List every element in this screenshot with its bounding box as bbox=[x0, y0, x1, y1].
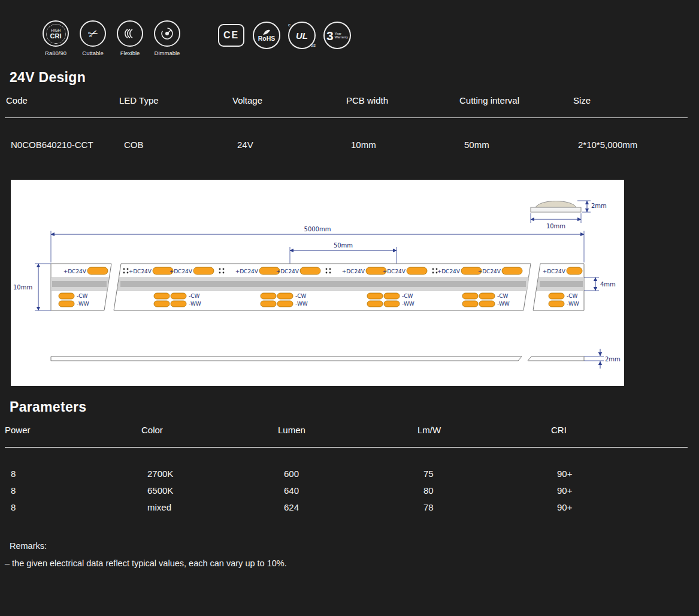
parameters-table-body: 8 2700K 600 75 90+ 8 6500K 640 80 90+ 8 … bbox=[0, 466, 699, 516]
svg-text:+DC24V: +DC24V bbox=[478, 268, 501, 274]
design-col-voltage: Voltage bbox=[232, 95, 346, 105]
feature-caption-flexible: Flexible bbox=[120, 50, 140, 56]
svg-text:-WW: -WW bbox=[497, 301, 510, 307]
dim-tape-thickness: 2mm bbox=[605, 356, 621, 363]
feature-high-cri: HIGH CRI Ra80/90 bbox=[41, 20, 71, 56]
parameters-table-header: Power Color Lumen Lm/W CRI bbox=[0, 425, 699, 435]
badge-row: HIGH CRI Ra80/90 ✂ Cuttable Flexible Dim bbox=[0, 0, 699, 56]
svg-text:+DC24V: +DC24V bbox=[129, 268, 152, 274]
design-header-separator bbox=[5, 117, 688, 118]
svg-text:4mm: 4mm bbox=[600, 281, 616, 288]
svg-text:-CW: -CW bbox=[567, 293, 578, 299]
parameters-header-separator bbox=[5, 447, 688, 448]
feature-dimmable: Dimmable bbox=[152, 20, 182, 56]
dim-profile-width: 10mm bbox=[546, 223, 565, 230]
svg-text:-WW: -WW bbox=[77, 301, 89, 307]
parameters-section-title: Parameters bbox=[10, 399, 699, 415]
design-value-cutting-interval: 50mm bbox=[459, 140, 573, 150]
svg-text:-WW: -WW bbox=[402, 301, 414, 307]
svg-text:+DC24V: +DC24V bbox=[63, 268, 87, 274]
high-cri-top-label: HIGH bbox=[51, 28, 60, 32]
dim-total-length: 5000mm bbox=[51, 226, 584, 262]
svg-text:-CW: -CW bbox=[189, 293, 200, 299]
svg-text:+DC24V: +DC24V bbox=[437, 268, 461, 274]
param-col-lumen: Lumen bbox=[278, 425, 417, 435]
parameters-row-mixed: 8 mixed 624 78 90+ bbox=[0, 499, 699, 516]
svg-text:5000mm: 5000mm bbox=[304, 226, 331, 232]
dim-profile-height: 2mm bbox=[591, 203, 607, 209]
remarks-title: Remarks: bbox=[10, 541, 699, 551]
svg-text:-CW: -CW bbox=[295, 293, 307, 299]
svg-text:-WW: -WW bbox=[189, 301, 201, 307]
design-table-row: N0COB640210-CCT COB 24V 10mm 50mm 2*10*5… bbox=[0, 140, 699, 150]
svg-text:+DC24V: +DC24V bbox=[342, 268, 365, 274]
svg-text:-CW: -CW bbox=[497, 293, 509, 299]
param-col-lmw: Lm/W bbox=[417, 425, 551, 435]
svg-text:-WW: -WW bbox=[567, 301, 579, 307]
scissors-icon: ✂ bbox=[80, 20, 106, 47]
param-col-color: Color bbox=[141, 425, 278, 435]
param-col-power: Power bbox=[5, 425, 141, 435]
svg-text:+DC24V: +DC24V bbox=[383, 268, 406, 274]
cert-row: CE RoHS UL c us 3 Year W bbox=[216, 20, 358, 50]
feature-caption-ra: Ra80/90 bbox=[45, 50, 66, 56]
design-value-size: 2*10*5,000mm bbox=[573, 140, 693, 150]
svg-text:10mm: 10mm bbox=[13, 284, 32, 291]
design-section-title: 24V Design bbox=[10, 70, 699, 86]
high-cri-bottom-label: CRI bbox=[50, 32, 62, 40]
design-col-led-type: LED Type bbox=[119, 95, 232, 105]
svg-text:+DC24V: +DC24V bbox=[276, 268, 299, 274]
ce-mark-icon: CE bbox=[216, 20, 246, 50]
design-value-code: N0COB640210-CCT bbox=[6, 140, 119, 150]
design-table-header: Code LED Type Voltage PCB width Cutting … bbox=[0, 95, 699, 105]
parameters-row-2700k: 8 2700K 600 75 90+ bbox=[0, 466, 699, 482]
svg-text:+DC24V: +DC24V bbox=[543, 268, 566, 274]
svg-text:-WW: -WW bbox=[295, 301, 308, 307]
design-value-pcb-width: 10mm bbox=[346, 140, 459, 150]
dimmable-icon bbox=[154, 20, 180, 47]
remarks-note: – the given electrical data reflect typi… bbox=[5, 558, 699, 568]
strip-side-view: 2mm bbox=[51, 349, 621, 369]
design-col-cutting-interval: Cutting interval bbox=[459, 95, 573, 105]
warranty-mark-icon: 3 Year Warranty bbox=[322, 20, 352, 50]
feature-flexible: Flexible bbox=[115, 20, 145, 56]
design-col-size: Size bbox=[573, 95, 693, 105]
parameters-row-6500k: 8 6500K 640 80 90+ bbox=[0, 482, 699, 499]
design-value-led-type: COB bbox=[119, 140, 232, 150]
design-value-voltage: 24V bbox=[232, 140, 346, 150]
design-col-code: Code bbox=[6, 95, 119, 105]
svg-text:+DC24V: +DC24V bbox=[170, 268, 193, 274]
profile-view: 2mm 10mm bbox=[531, 201, 607, 230]
feature-caption-dimmable: Dimmable bbox=[155, 50, 180, 56]
svg-text:-CW: -CW bbox=[402, 293, 413, 299]
param-col-cri: CRI bbox=[551, 425, 694, 435]
svg-text:+DC24V: +DC24V bbox=[235, 268, 259, 274]
feature-caption-cuttable: Cuttable bbox=[82, 50, 103, 56]
strip-technical-drawing: 2mm 10mm 5000mm 50mm +DC24V -CW bbox=[11, 180, 624, 386]
design-col-pcb-width: PCB width bbox=[346, 95, 459, 105]
dim-strip-width: 10mm bbox=[13, 264, 51, 310]
dim-emitting-width: 4mm bbox=[584, 277, 616, 291]
high-cri-icon: HIGH CRI bbox=[43, 20, 69, 47]
rohs-mark-icon: RoHS bbox=[252, 20, 282, 50]
ul-mark-icon: UL c us bbox=[287, 20, 317, 50]
svg-text:-CW: -CW bbox=[77, 293, 88, 299]
svg-text:50mm: 50mm bbox=[334, 242, 353, 249]
feature-cuttable: ✂ Cuttable bbox=[78, 20, 108, 56]
flexible-icon bbox=[117, 20, 143, 47]
